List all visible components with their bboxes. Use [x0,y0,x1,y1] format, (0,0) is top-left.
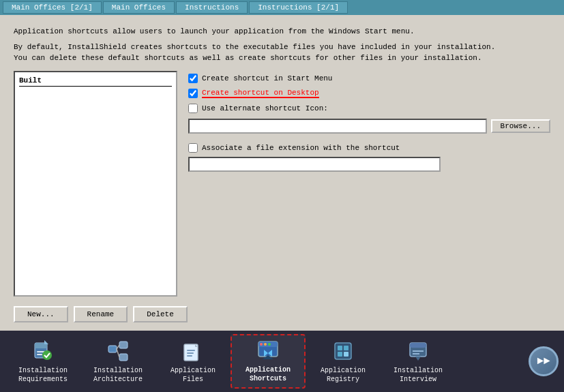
create-start-menu-checkbox[interactable] [188,74,198,83]
browse-button[interactable]: Browse... [491,119,550,133]
description-block: Application shortcuts allow users to lau… [14,26,550,64]
icon-path-input[interactable] [188,119,487,134]
svg-rect-27 [344,352,348,357]
toolbar-item-application-files[interactable]: ApplicationFiles [155,334,231,389]
description-line3: You can delete these default shortcuts a… [14,54,482,62]
use-alternate-icon-checkbox[interactable] [188,104,198,113]
create-desktop-label: Create shortcut on Desktop [202,89,319,98]
panel-row: Built Create shortcut in Start Menu Crea… [14,71,550,297]
nav-tab-main-office-1[interactable]: Main Offices [2/1] [3,1,102,14]
toolbar-label-installation-requirements: InstallationRequirements [18,366,68,384]
toolbar-label-application-files: ApplicationFiles [170,366,216,384]
toolbar-label-application-registry: ApplicationRegistry [321,366,366,384]
icon-input-row: Browse... [188,119,550,134]
svg-rect-15 [187,355,192,357]
description-line1: Application shortcuts allow users to lau… [14,26,550,37]
new-button[interactable]: New... [14,306,68,322]
toolbar-item-installation-architecture[interactable]: InstallationArchitecture [80,334,155,389]
application-registry-icon [331,339,355,363]
svg-line-10 [117,349,119,357]
installation-architecture-icon [106,339,130,363]
rename-button[interactable]: Rename [74,306,128,322]
nav-tab-instructions-1[interactable]: Instructions [176,1,248,14]
svg-rect-26 [338,352,342,357]
toolbar-label-installation-interview: InstallationInterview [394,366,443,384]
svg-point-19 [264,343,267,346]
svg-point-5 [42,350,52,360]
next-icon: ►► [537,355,550,367]
svg-rect-14 [187,352,194,354]
svg-rect-23 [335,343,351,359]
application-files-icon [181,339,205,363]
create-desktop-checkbox[interactable] [188,89,198,98]
svg-rect-13 [187,350,195,351]
delete-button[interactable]: Delete [133,306,188,322]
use-alternate-icon-row: Use alternate shortcut Icon: [188,104,550,113]
nav-tab-instructions-2[interactable]: Instructions [2/1] [249,1,348,14]
svg-rect-6 [108,346,117,352]
svg-rect-29 [410,343,426,348]
create-start-menu-row: Create shortcut in Start Menu [188,74,550,83]
svg-point-20 [268,343,271,346]
button-row: New... Rename Delete [14,306,550,322]
next-button[interactable]: ►► [529,346,559,376]
use-alternate-icon-label: Use alternate shortcut Icon: [202,104,328,112]
svg-marker-32 [415,357,421,361]
create-start-menu-label: Create shortcut in Start Menu [202,74,332,82]
toolbar-item-installation-interview[interactable]: InstallationInterview [381,334,456,389]
svg-marker-2 [44,340,48,344]
main-content: Application shortcuts allow users to lau… [0,15,564,331]
svg-rect-4 [37,354,42,355]
create-desktop-row: Create shortcut on Desktop [188,89,550,98]
shortcuts-list-box[interactable]: Built [14,71,177,297]
svg-rect-7 [119,342,128,348]
svg-rect-25 [344,346,348,350]
bottom-toolbar: InstallationRequirements InstallationArc… [0,331,564,392]
installation-requirements-icon [31,339,55,363]
toolbar-item-application-registry[interactable]: ApplicationRegistry [306,334,381,389]
description-line2: By default, InstallShield creates shortc… [14,43,495,51]
toolbar-item-installation-requirements[interactable]: InstallationRequirements [5,334,80,389]
installation-interview-icon [406,339,430,363]
list-box-header: Built [19,76,172,87]
options-panel: Create shortcut in Start Menu Create sho… [188,71,550,297]
svg-line-9 [117,345,119,349]
application-shortcuts-icon [256,340,280,363]
toolbar-label-installation-architecture: InstallationArchitecture [93,366,143,384]
associate-file-ext-checkbox[interactable] [188,143,198,153]
toolbar-item-application-shortcuts[interactable]: ApplicationShortcuts [231,334,306,389]
associate-file-ext-row: Associate a file extension with the shor… [188,143,550,153]
svg-point-18 [260,343,263,346]
file-ext-input[interactable] [188,157,441,172]
toolbar-label-application-shortcuts: ApplicationShortcuts [246,365,291,383]
associate-file-ext-label: Associate a file extension with the shor… [202,144,400,152]
svg-rect-24 [338,346,342,350]
top-nav-bar: Main Offices [2/1] Main Offices Instruct… [0,0,564,15]
svg-rect-8 [119,354,128,361]
nav-tab-main-office-2[interactable]: Main Offices [103,1,175,14]
